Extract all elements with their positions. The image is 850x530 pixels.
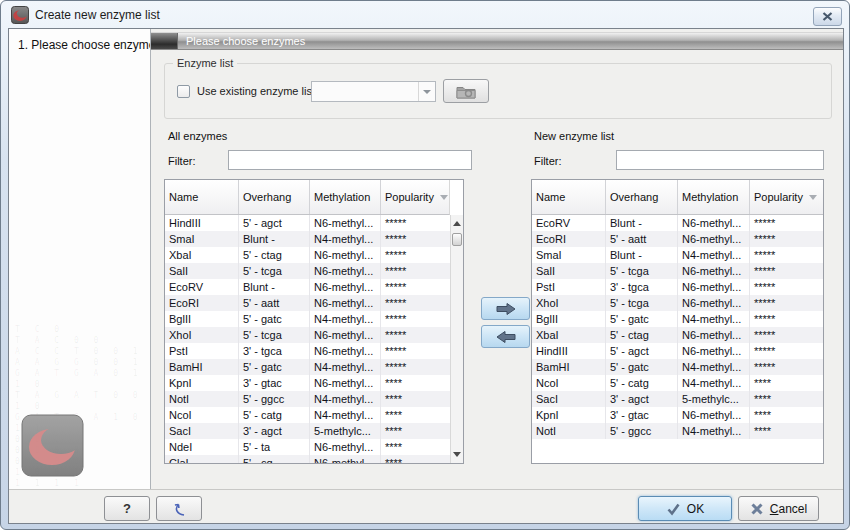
reset-button[interactable] — [156, 496, 202, 521]
table-row[interactable]: SacI3' - agct5-methylc...**** — [532, 391, 823, 407]
use-existing-list-checkbox[interactable] — [177, 85, 190, 98]
table-header-row[interactable]: NameOverhangMethylationPopularity — [532, 180, 823, 215]
table-row[interactable]: KpnI3' - gtacN6-methyl...**** — [532, 407, 823, 423]
table-cell: 5' - catg — [239, 407, 310, 423]
table-row[interactable]: EcoRVBlunt -N6-methyl...***** — [165, 279, 450, 295]
combobox-dropdown-zone[interactable] — [418, 82, 435, 101]
all-enzymes-table[interactable]: NameOverhangMethylationPopularity HindII… — [164, 179, 464, 464]
table-row[interactable]: NdeI5' - taN6-methyl...**** — [165, 439, 450, 455]
table-cell: N4-methyl... — [678, 247, 750, 263]
column-header-popularity[interactable]: Popularity — [381, 180, 449, 214]
table-row[interactable]: SalI5' - tcgaN6-methyl...***** — [532, 263, 823, 279]
table-cell: XbaI — [165, 247, 239, 263]
vertical-scrollbar[interactable] — [450, 215, 463, 463]
column-header-name[interactable]: Name — [532, 180, 606, 214]
table-cell: 3' - gtac — [606, 407, 678, 423]
table-cell: 5' - tcga — [239, 327, 310, 343]
right-filter-label: Filter: — [534, 155, 562, 167]
add-enzyme-button[interactable] — [481, 297, 530, 320]
table-row[interactable]: NotI5' - ggccN4-methyl...**** — [532, 423, 823, 439]
table-row[interactable]: XhoI5' - tcgaN6-methyl...***** — [532, 295, 823, 311]
table-cell: **** — [381, 391, 450, 407]
table-cell: EcoRV — [165, 279, 239, 295]
table-row[interactable]: KpnI3' - gtacN6-methyl...**** — [165, 375, 450, 391]
table-row[interactable]: HindIII5' - agctN6-methyl...***** — [165, 215, 450, 231]
table-row[interactable]: BglII5' - gatcN4-methyl...***** — [165, 311, 450, 327]
column-header-name[interactable]: Name — [165, 180, 239, 214]
cancel-button[interactable]: Cancel — [738, 496, 819, 521]
title-bar[interactable]: Create new enzyme list — [1, 1, 849, 28]
column-header-overhang[interactable]: Overhang — [239, 180, 310, 214]
table-header-row[interactable]: NameOverhangMethylationPopularity — [165, 180, 450, 215]
table-row[interactable]: NcoI5' - catgN4-methyl...**** — [165, 407, 450, 423]
table-cell: ***** — [750, 343, 823, 359]
table-row[interactable]: BamHI5' - gatcN4-methyl...***** — [532, 359, 823, 375]
scroll-up-button[interactable] — [451, 217, 463, 230]
table-cell: ***** — [381, 327, 450, 343]
table-row[interactable]: EcoRI5' - aattN6-methyl...***** — [532, 231, 823, 247]
table-row[interactable]: EcoRVBlunt -N6-methyl...***** — [532, 215, 823, 231]
table-cell: 5' - gatc — [606, 311, 678, 327]
dialog-client-area: 1. Please choose enzymes T C 0T A C 0 0A… — [8, 28, 844, 524]
remove-enzyme-button[interactable] — [481, 325, 530, 348]
table-cell: ***** — [750, 247, 823, 263]
column-header-popularity[interactable]: Popularity — [750, 180, 823, 214]
left-filter-input[interactable] — [228, 150, 472, 170]
table-row[interactable]: XbaI5' - ctagN6-methyl...***** — [165, 247, 450, 263]
header-accent-block — [151, 33, 178, 49]
scrollbar-thumb[interactable] — [452, 233, 462, 246]
arrow-right-icon — [495, 302, 517, 316]
ok-button[interactable]: OK — [638, 496, 732, 521]
table-cell: NdeI — [165, 439, 239, 455]
table-cell: 5' - ggcc — [606, 423, 678, 439]
table-cell: N4-methyl... — [310, 231, 381, 247]
table-cell: BamHI — [165, 359, 239, 375]
table-row[interactable]: SacI3' - agct5-methylc...**** — [165, 423, 450, 439]
column-header-label: Popularity — [385, 181, 434, 214]
table-cell: 5' - tcga — [239, 263, 310, 279]
window-title: Create new enzyme list — [35, 8, 160, 22]
wizard-sidebar: 1. Please choose enzymes T C 0T A C 0 0A… — [9, 29, 151, 489]
table-cell: **** — [381, 439, 450, 455]
close-button[interactable] — [813, 7, 842, 26]
table-row[interactable]: SmaIBlunt -N4-methyl...***** — [532, 247, 823, 263]
table-cell: N4-methyl... — [310, 311, 381, 327]
table-row[interactable]: EcoRI5' - aattN6-methyl...***** — [165, 295, 450, 311]
table-body: HindIII5' - agctN6-methyl...*****SmaIBlu… — [165, 215, 450, 463]
browse-button[interactable] — [443, 79, 489, 103]
table-row[interactable]: HindIII5' - agctN6-methyl...***** — [532, 343, 823, 359]
table-row[interactable]: XbaI5' - ctagN6-methyl...***** — [532, 327, 823, 343]
table-row[interactable]: BamHI5' - gatcN4-methyl...***** — [165, 359, 450, 375]
table-row[interactable]: BglII5' - gatcN4-methyl...***** — [532, 311, 823, 327]
table-cell: **** — [381, 455, 450, 463]
table-body: EcoRVBlunt -N6-methyl...*****EcoRI5' - a… — [532, 215, 823, 463]
scroll-down-button[interactable] — [451, 448, 463, 461]
column-header-methylation[interactable]: Methylation — [310, 180, 381, 214]
footer-bar: ? OK Cancel — [9, 489, 843, 523]
column-header-overhang[interactable]: Overhang — [606, 180, 678, 214]
table-cell: ***** — [750, 359, 823, 375]
table-cell: BamHI — [532, 359, 606, 375]
right-filter-input[interactable] — [616, 150, 824, 170]
help-button[interactable]: ? — [104, 496, 150, 521]
table-cell: 5' - gatc — [239, 311, 310, 327]
table-cell: 3' - tgca — [606, 279, 678, 295]
table-row[interactable]: PstI3' - tgcaN6-methyl...***** — [532, 279, 823, 295]
table-row[interactable]: SalI5' - tcgaN6-methyl...***** — [165, 263, 450, 279]
table-cell: XbaI — [532, 327, 606, 343]
table-row[interactable]: ClaI5' - cgN6-methyl...**** — [165, 455, 450, 463]
table-row[interactable]: NotI5' - ggccN4-methyl...**** — [165, 391, 450, 407]
table-cell: **** — [381, 423, 450, 439]
table-cell: N4-methyl... — [310, 391, 381, 407]
table-cell: EcoRI — [165, 295, 239, 311]
enzyme-list-combobox[interactable] — [311, 81, 436, 102]
column-header-methylation[interactable]: Methylation — [678, 180, 750, 214]
new-enzyme-list-table[interactable]: NameOverhangMethylationPopularity EcoRVB… — [531, 179, 824, 464]
table-row[interactable]: SmaIBlunt -N4-methyl...***** — [165, 231, 450, 247]
groupbox-legend: Enzyme list — [173, 57, 237, 69]
table-row[interactable]: XhoI5' - tcgaN6-methyl...***** — [165, 327, 450, 343]
table-row[interactable]: PstI3' - tgcaN6-methyl...***** — [165, 343, 450, 359]
left-filter-label: Filter: — [168, 155, 196, 167]
table-row[interactable]: NcoI5' - catgN4-methyl...**** — [532, 375, 823, 391]
table-cell: ***** — [381, 343, 450, 359]
